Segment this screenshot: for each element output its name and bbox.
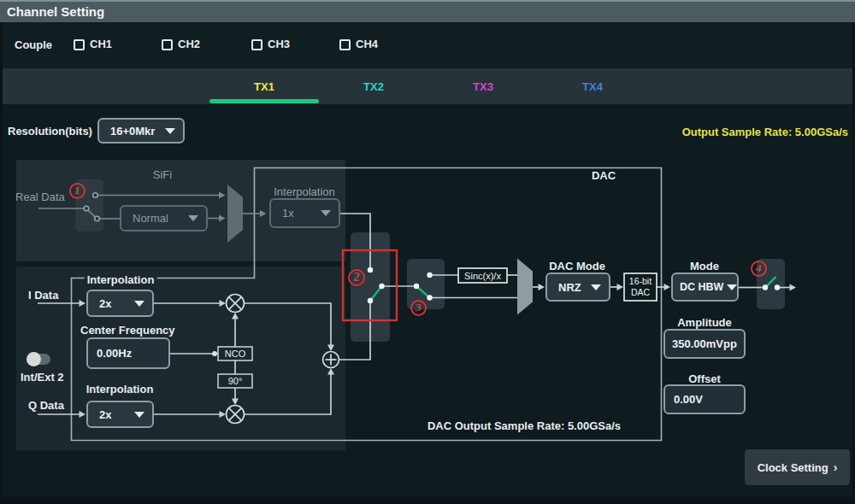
center-frequency-value: 0.00Hz <box>97 347 132 360</box>
channel-setting-dialog: Channel Setting Couple CH1 CH2 CH3 CH4 T… <box>0 0 855 504</box>
chevron-down-icon <box>188 215 198 221</box>
i-interpolation-value: 2x <box>99 297 111 310</box>
nco-box-label: NCO <box>225 349 246 359</box>
sifi-title: SiFi <box>153 168 172 181</box>
annotation-2-number: 2 <box>354 271 360 284</box>
switch2[interactable] <box>368 267 385 303</box>
dac-chip-label-1: 16-bit <box>629 276 652 286</box>
q-interpolation-value: 2x <box>99 408 111 421</box>
nco-junction-dot <box>212 351 217 356</box>
sifi-interpolation-dropdown[interactable]: 1x <box>269 198 340 228</box>
annotation-1-number: 1 <box>74 184 80 197</box>
dac-box-label: DAC <box>592 169 616 182</box>
int-ext-label: Int/Ext 2 <box>21 371 64 384</box>
offset-value: 0.00V <box>674 393 703 406</box>
annotation-3-number: 3 <box>416 301 422 314</box>
phase-90-box-label: 90° <box>228 376 243 386</box>
q-multiplier-icon <box>227 406 245 424</box>
amplitude-label: Amplitude <box>677 316 732 329</box>
amplitude-field[interactable]: 350.00mVpp <box>663 329 746 359</box>
output-mode-value: DC HBW <box>680 281 723 293</box>
annotation-circle-3: 3 <box>410 300 427 316</box>
sifi-interpolation-label: Interpolation <box>274 185 335 198</box>
q-interpolation-dropdown[interactable]: 2x <box>86 401 154 428</box>
output-mode-dropdown[interactable]: DC HBW <box>671 273 739 302</box>
clock-setting-button[interactable]: Clock Setting › <box>745 449 850 485</box>
chevron-down-icon <box>727 284 737 290</box>
sifi-interpolation-value: 1x <box>282 207 294 220</box>
sifi-switch[interactable] <box>84 193 99 221</box>
annotation-4-number: 4 <box>756 261 762 275</box>
window-left-edge <box>0 22 3 504</box>
switch3[interactable] <box>414 273 433 301</box>
center-frequency-field[interactable]: 0.00Hz <box>86 337 170 369</box>
int-ext-toggle[interactable] <box>28 354 50 365</box>
dac-mode-dropdown[interactable]: NRZ <box>545 273 610 302</box>
sifi-mode-dropdown[interactable]: Normal <box>120 205 208 231</box>
dac-mode-label: DAC Mode <box>549 260 605 273</box>
real-data-label: Real Data <box>15 190 65 203</box>
i-interpolation-dropdown[interactable]: 2x <box>86 290 154 317</box>
clock-setting-label: Clock Setting <box>758 461 828 474</box>
dac-output-sample-rate: DAC Output Sample Rate: 5.00GSa/s <box>428 419 621 432</box>
dac-mux <box>517 259 533 315</box>
i-interpolation-label: Interpolation <box>85 273 157 286</box>
annotation-circle-4: 4 <box>751 261 767 277</box>
sifi-mode-value: Normal <box>133 212 168 225</box>
dac-mode-value: NRZ <box>558 281 581 294</box>
annotation-circle-2: 2 <box>348 269 365 286</box>
annotation-circle-1: 1 <box>69 183 86 199</box>
chevron-down-icon <box>591 284 601 290</box>
toggle-knob <box>27 352 41 366</box>
i-data-label: I Data <box>28 289 58 302</box>
chevron-down-icon <box>134 301 144 307</box>
q-data-label: Q Data <box>28 399 64 412</box>
chevron-down-icon <box>321 210 331 216</box>
amplitude-value: 350.00mVpp <box>672 337 737 350</box>
chevron-right-icon: › <box>834 460 838 474</box>
center-frequency-label: Center Frequency <box>80 324 175 337</box>
offset-label: Offset <box>688 372 721 385</box>
sifi-mux <box>227 185 243 243</box>
sinc-filter-label: Sinc(x)/x <box>464 271 501 281</box>
switch4[interactable] <box>763 277 780 290</box>
dac-chip-label-2: DAC <box>631 287 651 297</box>
adder-icon <box>323 352 339 368</box>
output-mode-label: Mode <box>690 260 719 273</box>
offset-field[interactable]: 0.00V <box>663 384 746 414</box>
q-interpolation-label: Interpolation <box>86 383 154 396</box>
chevron-down-icon <box>134 412 144 418</box>
i-multiplier-icon <box>227 295 245 313</box>
